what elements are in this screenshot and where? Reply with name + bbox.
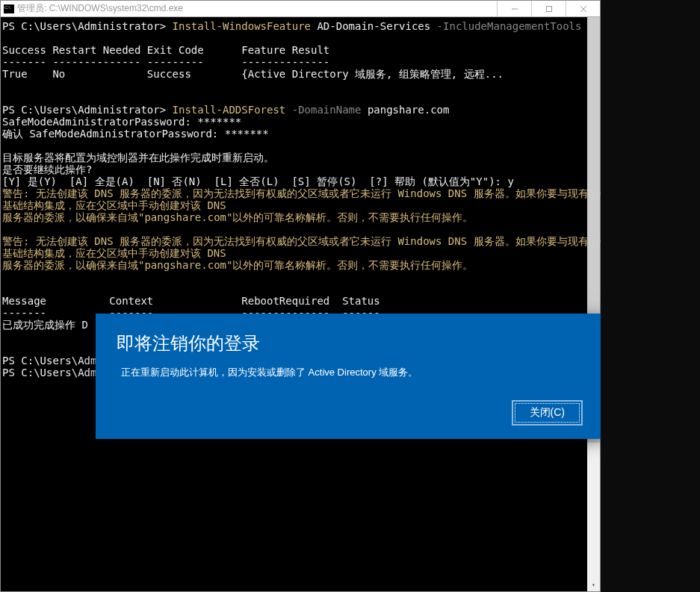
dialog-title: 即将注销你的登录 — [117, 331, 583, 355]
warning-line: 服务器的委派，以确保来自域"pangshare.com"以外的可靠名称解析。否则… — [2, 211, 473, 223]
cmd-window: 管理员: C:\WINDOWS\system32\cmd.exe PS C:\U… — [0, 0, 601, 592]
warning-line: 基础结构集成，应在父区域中手动创建对该 DNS — [2, 199, 226, 211]
terminal-output[interactable]: PS C:\Users\Administrator> Install-Windo… — [1, 17, 600, 591]
close-button[interactable] — [566, 1, 600, 16]
ps-prompt: PS C:\Users\Administrator> — [2, 20, 173, 32]
terminal-line: 已成功完成操作 D — [2, 319, 88, 331]
cmd-flag: -IncludeManagementTools — [437, 20, 582, 32]
terminal-line: True No Success {Active Directory 域服务, 组… — [2, 68, 504, 80]
logout-dialog: 即将注销你的登录 正在重新启动此计算机，因为安装或删除了 Active Dire… — [96, 314, 604, 439]
warning-line: 服务器的委派，以确保来自域"pangshare.com"以外的可靠名称解析。否则… — [2, 259, 473, 271]
terminal-line: 目标服务器将配置为域控制器并在此操作完成时重新启动。 — [2, 152, 274, 163]
dialog-actions: 关闭(C) — [117, 400, 583, 426]
minimize-button[interactable] — [497, 1, 531, 16]
titlebar: 管理员: C:\WINDOWS\system32\cmd.exe — [1, 1, 600, 17]
titlebar-left: 管理员: C:\WINDOWS\system32\cmd.exe — [1, 2, 183, 15]
terminal-line: Success Restart Needed Exit Code Feature… — [2, 44, 329, 56]
terminal-line: SafeModeAdministratorPassword: ******* — [2, 116, 241, 128]
terminal-line: Message Context RebootRequired Status — [2, 295, 380, 307]
scroll-down-arrow[interactable]: ▾ — [587, 579, 600, 591]
terminal-line: 确认 SafeModeAdministratorPassword: ******… — [2, 128, 269, 140]
vertical-scrollbar[interactable]: ▾ — [587, 17, 600, 591]
warning-line: 基础结构集成，应在父区域中手动创建对该 DNS — [2, 247, 226, 259]
close-dialog-button[interactable]: 关闭(C) — [512, 400, 583, 426]
dialog-message: 正在重新启动此计算机，因为安装或删除了 Active Directory 域服务… — [117, 366, 583, 379]
cmdlet: Install-WindowsFeature — [173, 20, 311, 32]
terminal-line: ------- -------------- --------- -------… — [2, 56, 329, 68]
cmd-icon — [4, 4, 14, 13]
terminal-line: 是否要继续此操作? — [2, 163, 92, 175]
cmd-flag: -DomainName — [285, 104, 368, 116]
terminal-line: PS C:\Users\Admi — [2, 367, 103, 378]
maximize-button[interactable] — [531, 1, 566, 16]
cmdlet: Install-ADDSForest — [173, 104, 286, 116]
cmd-value: pangshare.com — [368, 104, 450, 116]
ps-prompt: PS C:\Users\Administrator> — [2, 104, 173, 116]
cmd-arg: AD-Domain-Services — [311, 20, 437, 32]
warning-line: 警告: 无法创建该 DNS 服务器的委派，因为无法找到有权威的父区域或者它未运行… — [2, 187, 613, 199]
window-title: 管理员: C:\WINDOWS\system32\cmd.exe — [17, 2, 183, 15]
window-controls — [497, 1, 600, 16]
svg-rect-1 — [546, 6, 551, 11]
terminal-line: [Y] 是(Y) [A] 全是(A) [N] 否(N) [L] 全否(L) [S… — [2, 175, 514, 187]
warning-line: 警告: 无法创建该 DNS 服务器的委派，因为无法找到有权威的父区域或者它未运行… — [2, 235, 613, 247]
desktop-edge — [601, 0, 700, 592]
terminal-line: PS C:\Users\Admi — [2, 355, 103, 367]
